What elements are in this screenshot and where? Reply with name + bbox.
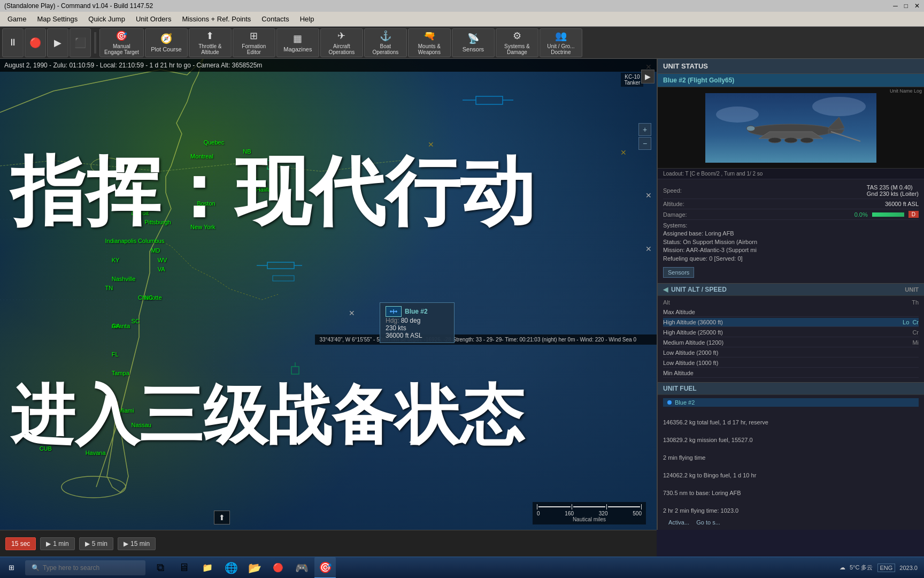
taskbar-app-edge[interactable]: 🌐 [220,557,242,579]
pause-btn[interactable]: ⏸ [2,28,24,57]
throttle-label: Throttle & Altitude [198,43,221,55]
alt-min-label: Min Altitude [663,370,694,376]
manual-engage-btn[interactable]: 🎯 Manual Engage Target [99,28,144,57]
plot-course-btn[interactable]: 🧭 Plot Course [145,28,188,57]
sensors-btn-wrapper[interactable]: Sensors [663,267,694,278]
alt-1000-label: Low Altitude (1000 ft) [663,360,718,366]
collapse-alt-btn[interactable]: ◀ [663,286,668,293]
alt-row-36000[interactable]: High Altitude (36000 ft) Lo Cr [663,318,919,327]
record-btn[interactable]: 🔴 [25,28,46,57]
activate-text: Activa... [668,519,689,526]
expand-arrow[interactable]: ▶ [641,70,654,83]
boat-ops-label: Boat Operations [372,43,398,55]
alt-row-medium[interactable]: Medium Altitude (1200) Mi [663,338,919,347]
aircraft-ops-btn[interactable]: ✈ Aircraft Operations [320,28,363,57]
menu-help[interactable]: Help [295,12,320,26]
alt-row-min[interactable]: Min Altitude [663,369,919,378]
menu-quick-jump[interactable]: Quick Jump [83,12,130,26]
damage-label: Damage: [663,211,687,218]
menu-bar: Game Map Settings Quick Jump Unit Orders… [0,12,924,27]
search-input[interactable] [43,564,139,572]
sensors-toolbar-btn[interactable]: 📡 Sensors [452,28,495,57]
alt-row-2000[interactable]: Low Altitude (2000 ft) [663,348,919,358]
svg-point-21 [812,97,866,116]
state-fl: FL [112,351,119,358]
search-icon: 🔍 [32,564,40,572]
menu-map-settings[interactable]: Map Settings [32,12,83,26]
play-1min-label: 1 min [53,540,68,547]
city-pittsburgh: Pittsburgh [144,219,171,225]
taskbar-app-files[interactable]: 📂 [244,557,265,579]
goto-text: Go to s... [696,519,720,526]
popup-close-btn[interactable]: ✕ [346,308,357,318]
altitude-value: 36000 ft ASL [885,201,919,207]
popup-heading: Hdg: 80 deg [386,317,449,324]
loadout-info: Loadout: T [C e Boom/2 , Turn and 1/ 2 s… [658,169,924,179]
start-button[interactable]: ⊞ [2,557,21,578]
taskbar-app-2[interactable]: 📁 [197,557,218,579]
info-strip-text: 33°43'40", W 6°15'55" - 50nm nm se depth… [319,337,636,343]
stop-btn[interactable]: ⬛ [70,28,91,57]
taskbar-app-game[interactable]: 🎯 [314,557,336,579]
map-coastlines: ✕ ✕ [0,59,657,530]
speed-15sec-btn[interactable]: 15 sec [5,537,36,550]
taskview-btn[interactable]: ⧉ [150,557,171,579]
unit-group-btn[interactable]: 👥 Unit / Gro... Doctrine [540,28,582,57]
damage-detail-btn[interactable]: D [908,211,919,218]
play-15min-btn[interactable]: ▶ 15 min [118,537,156,550]
fuel-unit-item[interactable]: Blue #2 [663,398,919,407]
magazines-icon: ▦ [293,33,302,44]
play-btn-tb[interactable]: ▶ [47,28,68,57]
state-cuba: CUB [40,445,52,452]
boat-ops-btn[interactable]: ⚓ Boat Operations [364,28,407,57]
alt-row-25000[interactable]: High Altitude (25000 ft) Cr [663,328,919,337]
scale-bar: 0 160 320 500 Nautical miles [533,502,646,524]
unit-log-label: Unit Name Log [890,88,922,94]
alt-25000-val: Cr [912,329,919,336]
plot-course-icon: 🧭 [160,33,172,44]
city-montreal: Montreal [190,153,213,159]
speed-label: Speed: [663,187,682,194]
panel-close-btn-2[interactable]: ✕ [643,244,654,254]
taskbar-app-steam[interactable]: 🎮 [291,557,312,579]
taskbar-right: ☁ 5°C 多云 ENG 2023.0 [833,564,924,572]
fuel-title: UNIT FUEL [663,385,697,392]
menu-game[interactable]: Game [2,12,32,26]
magazines-btn[interactable]: ▦ Magazines [276,28,319,57]
play-5min-btn[interactable]: ▶ 5 min [79,537,113,550]
taskbar-app-red[interactable]: 🔴 [267,557,289,579]
state-wv: WV [158,257,167,263]
menu-missions[interactable]: Missions + Ref. Points [176,12,256,26]
close-btn[interactable]: ✕ [914,2,920,10]
throttle-altitude-btn[interactable]: ⬆ Throttle & Altitude [189,28,232,57]
formation-editor-btn[interactable]: ⊞ Formation Editor [233,28,275,57]
alt-row-max[interactable]: Max Altitude [663,308,919,317]
menu-unit-orders[interactable]: Unit Orders [130,12,176,26]
taskbar-left: ⊞ 🔍 ⧉ 🖥 📁 🌐 📂 🔴 🎮 🎯 [0,557,338,578]
mounts-weapons-btn[interactable]: 🔫 Mounts & Weapons [408,28,451,57]
minimize-btn[interactable]: ─ [893,2,898,10]
unit-image-area: Unit Name Log [658,87,924,169]
upload-btn[interactable]: ⬆ [214,511,230,524]
systems-damage-btn[interactable]: ⚙ Systems & Damage [496,28,538,57]
svg-rect-13 [267,161,276,169]
city-nb: NB [243,148,251,155]
language-indicator: ENG [877,564,896,572]
status-bar: August 2, 1990 - Zulu: 01:10:59 - Local:… [0,59,657,72]
map-area[interactable]: ✕ ✕ August 2, 1990 - Zulu: 01:10:59 - Lo… [0,59,657,530]
maximize-btn[interactable]: □ [904,2,908,10]
alt-row-1000[interactable]: Low Altitude (1000 ft) [663,359,919,368]
city-halifax: Halifax [256,186,274,193]
panel-close-btn-1[interactable]: ✕ [643,190,654,201]
menu-contacts[interactable]: Contacts [256,12,294,26]
zoom-in-btn[interactable]: + [638,123,651,136]
unit-stats: Speed: TAS 235 (M 0.40)Gnd 230 kts (Loit… [658,179,924,283]
play-fwd-btn[interactable]: ▶ 1 min [40,537,74,550]
status-text: August 2, 1990 - Zulu: 01:10:59 - Local:… [4,62,262,69]
fuel-section-title: UNIT FUEL [658,382,924,395]
taskbar-app-1[interactable]: 🖥 [173,557,195,579]
systems-icon: ⚙ [513,30,521,42]
zoom-out-btn[interactable]: − [638,137,651,150]
activate-area[interactable]: Activa... Go to s... [663,517,919,528]
manual-engage-icon: 🎯 [116,30,127,42]
